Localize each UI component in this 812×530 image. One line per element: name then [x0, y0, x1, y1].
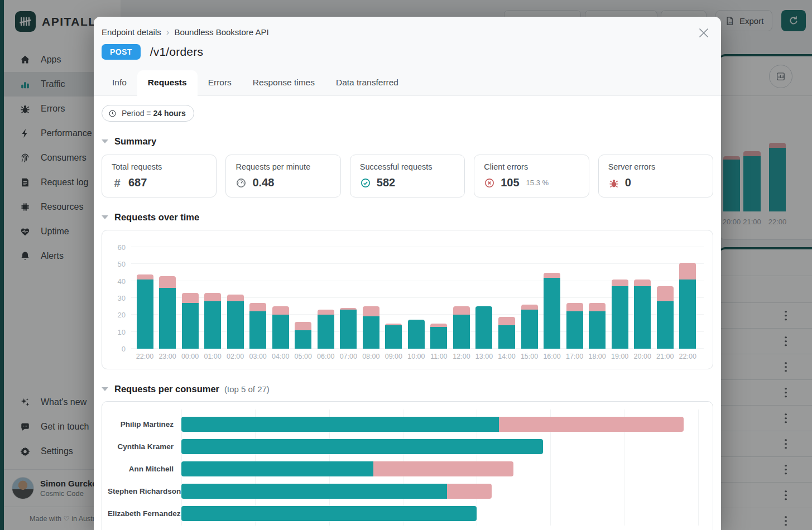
error-bar-segment — [679, 263, 696, 280]
x-tick-label: 01:00 — [204, 349, 221, 364]
error-bar-segment — [272, 306, 289, 315]
x-tick-label: 10:00 — [407, 349, 425, 364]
success-bar-segment — [204, 301, 221, 349]
x-tick-label: 20:00 — [634, 349, 651, 364]
success-bar-segment — [430, 327, 447, 349]
success-bar-segment — [363, 316, 379, 349]
over-time-section-header[interactable]: Requests over time — [102, 212, 713, 223]
stacked-bar — [521, 305, 538, 349]
time-chart-bar-group: 03:00 — [249, 237, 267, 364]
stacked-bar — [544, 273, 560, 349]
success-bar-segment — [181, 484, 447, 499]
success-bar-segment — [634, 286, 651, 349]
success-bar-segment — [137, 280, 153, 349]
stacked-bar — [408, 320, 425, 349]
consumer-name: Elizabeth Fernandez — [108, 509, 181, 518]
success-bar-segment — [182, 303, 199, 349]
time-chart-bar-group: 06:00 — [316, 237, 335, 364]
time-chart-bar-group: 22:00 — [136, 237, 154, 364]
error-bar-segment — [657, 286, 674, 301]
error-bar-segment — [544, 273, 560, 278]
success-bar-segment — [679, 280, 696, 349]
close-icon[interactable] — [696, 26, 711, 40]
y-tick-label: 50 — [109, 260, 126, 268]
tab-response-times[interactable]: Response times — [242, 70, 325, 95]
time-chart-bar-group: 23:00 — [158, 237, 177, 364]
stacked-bar — [430, 324, 447, 349]
time-chart-bar-group: 01:00 — [204, 237, 222, 364]
tab-data-transferred[interactable]: Data transferred — [325, 70, 409, 95]
stacked-bar — [475, 306, 492, 349]
per-consumer-section-header[interactable]: Requests per consumer (top 5 of 27) — [102, 384, 713, 394]
error-bar-segment — [612, 280, 628, 286]
clock-icon — [108, 109, 117, 118]
time-chart-bar-group: 08:00 — [362, 237, 380, 364]
summary-card-subvalue: 15.3 % — [526, 179, 549, 187]
time-chart-bar-group: 07:00 — [339, 237, 358, 364]
consumer-row: Stephen Richardson — [108, 480, 703, 502]
caret-down-icon — [102, 387, 108, 391]
error-bar-segment — [453, 306, 470, 315]
error-bar-segment — [499, 417, 684, 432]
consumer-name: Ann Mitchell — [108, 465, 181, 473]
section-title-summary: Summary — [114, 136, 156, 147]
stacked-bar — [385, 324, 402, 349]
x-tick-label: 17:00 — [566, 349, 583, 364]
tab-info[interactable]: Info — [102, 70, 137, 95]
consumer-row: Elizabeth Fernandez — [108, 502, 703, 524]
x-tick-label: 18:00 — [588, 349, 606, 364]
stacked-bar — [340, 308, 357, 349]
error-bar-segment — [634, 280, 651, 286]
y-tick-label: 0 — [109, 345, 126, 353]
success-bar-segment — [612, 286, 628, 349]
chevron-right-icon: › — [166, 27, 170, 37]
success-bar-segment — [385, 325, 402, 349]
time-chart-bar-group: 21:00 — [656, 237, 674, 364]
section-title-over-time: Requests over time — [114, 212, 199, 223]
success-bar-segment — [318, 315, 334, 349]
caret-down-icon — [102, 139, 108, 143]
success-bar-segment — [498, 325, 515, 349]
summary-card-value: 105 — [501, 176, 519, 189]
y-tick-label: 40 — [109, 277, 126, 285]
consumer-row: Philip Martinez — [108, 413, 703, 435]
stacked-bar — [363, 306, 379, 349]
error-bar-segment — [373, 461, 513, 476]
period-filter-chip[interactable]: Period = 24 hours — [102, 105, 194, 122]
x-tick-label: 08:00 — [362, 349, 379, 364]
summary-card-value: 582 — [377, 176, 395, 189]
section-title-per-consumer: Requests per consumer — [114, 384, 219, 394]
tab-requests[interactable]: Requests — [137, 70, 198, 96]
summary-card-label: Total requests — [112, 162, 206, 171]
stacked-bar — [453, 306, 470, 349]
summary-card-value: 0.48 — [252, 176, 274, 189]
summary-card-value: 0 — [625, 176, 631, 189]
success-bar-segment — [657, 301, 674, 349]
time-chart-bar-group: 04:00 — [271, 237, 290, 364]
modal-tabs: InfoRequestsErrorsResponse timesData tra… — [102, 70, 713, 95]
breadcrumb-app[interactable]: Boundless Bookstore API — [174, 27, 268, 37]
breadcrumb: Endpoint details › Boundless Bookstore A… — [102, 27, 713, 37]
stacked-bar — [181, 417, 684, 432]
time-chart-bar-group: 18:00 — [588, 237, 607, 364]
stacked-bar — [634, 280, 651, 349]
hash-icon: # — [112, 177, 123, 189]
summary-card-successful-requests: Successful requests582 — [350, 155, 465, 197]
success-bar-segment — [566, 311, 583, 349]
endpoint-title-row: POST /v1/orders — [102, 44, 713, 60]
stacked-bar — [227, 295, 244, 349]
tab-errors[interactable]: Errors — [198, 70, 242, 95]
summary-section-header[interactable]: Summary — [102, 136, 713, 147]
modal-header: Endpoint details › Boundless Bookstore A… — [94, 17, 721, 96]
stacked-bar — [566, 303, 583, 349]
success-bar-segment — [272, 315, 289, 349]
x-tick-label: 23:00 — [158, 349, 176, 364]
time-chart-bar-group: 22:00 — [679, 237, 697, 364]
summary-cards: Total requests#687Requests per minute0.4… — [102, 155, 713, 197]
time-chart-plot: 010203040506022:0023:0000:0001:0002:0003… — [131, 237, 704, 364]
consumer-name: Cynthia Kramer — [108, 442, 181, 451]
summary-card-server-errors: Server errors0 — [598, 155, 713, 197]
stacked-bar — [182, 293, 199, 349]
time-chart-bar-group: 02:00 — [226, 237, 244, 364]
error-bar-segment — [159, 276, 176, 288]
